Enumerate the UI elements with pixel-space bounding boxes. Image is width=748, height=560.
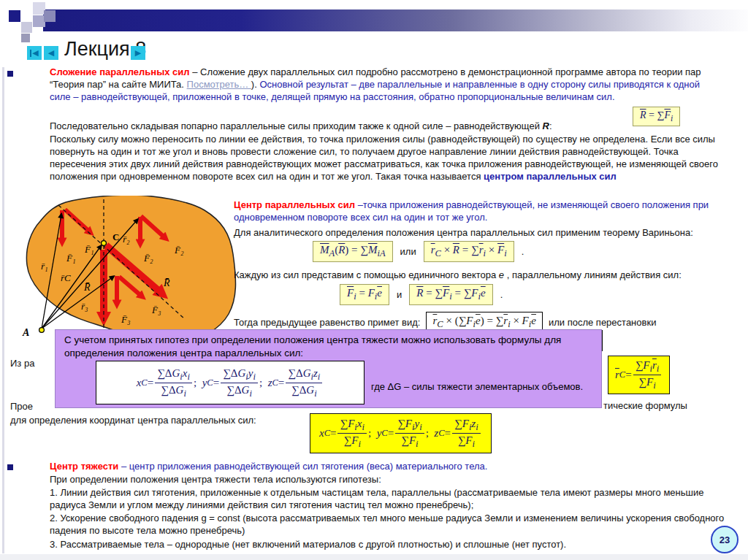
tip-caption: С учетом принятых гипотез при определени… [64,334,587,360]
posmotret-link[interactable]: Посмотреть… [187,79,251,90]
formula-sum-forces: R = ∑Fi [633,107,680,126]
nav-first-button[interactable]: ◀ [27,46,42,60]
prev-slide-icon: ◀ [48,46,54,60]
term-center-of-gravity: Центр тяжести [50,461,118,472]
text-fragment-proe: Прое [10,400,33,413]
hypothesis-1: 1. Линии действия сил тяготения, приложе… [50,486,733,511]
first-slide-icon: ◀ [32,46,38,60]
label-r2: r̄₂ [123,234,130,245]
decor-square [21,22,32,33]
parallel-forces-figure: A C r̄₁ r̄₂ r̄₃ r̄C F̄₁ F̄₁ F̄₂ F̄₂ F̄₃ … [18,196,246,346]
label-r3: r̄₃ [81,301,88,312]
after-label: или после перестановки [549,316,656,329]
label-rc: r̄C [61,272,71,283]
hypothesis-2: 2. Ускорение свободного падения g = cons… [50,512,733,537]
next-slide-icon: ▶ [135,46,141,60]
coords-line: для определения координат центра паралле… [10,414,256,426]
page-number: 23 [720,534,730,545]
first-slide-icon [30,50,31,57]
label-r-resultant: R̄ [83,282,91,293]
gravity-term-line: Центр тяжести – центр приложения равноде… [50,460,733,472]
e-variable: e [499,269,504,280]
hypothesis-3: 3. Рассматриваемые тела – однородные (не… [50,538,733,551]
nav-prev-button[interactable]: ◀ [44,46,58,60]
formula-unit-force: Fi = Fie [340,284,389,305]
and-label: и [397,288,402,301]
label-f3: F̄₃ [121,314,130,325]
label-f2-rotated: F̄₂ [174,245,184,256]
formula-coordinates: xC = ∑Fixi∑Fi; yC = ∑Fiyi∑Fi; zC = ∑Fizi… [310,413,492,453]
gravity-tip-panel: С учетом принятых гипотез при определени… [55,329,602,408]
nav-next-button[interactable]: ▶ [131,46,145,60]
decor-square [21,34,30,42]
header-gradient-bar [43,9,748,31]
formula-varignon-moments: MA(R) = ∑MiA [313,241,393,262]
text-fragment-iz: Из ра [10,357,34,369]
tip-note: где ΔG – силы тяжести элементарных объем… [371,381,583,392]
label-f2: F̄₂ [143,253,153,264]
formula-rc: rC = ∑Firi∑Fi [608,356,670,394]
slide: ◀ ◀ Лекция 8 ▶ Сложение параллельных сил… [0,0,748,560]
term-center: Центр параллельных сил [234,199,355,210]
formula-varignon-vectors: rC × R = ∑ri × Fi [424,241,514,262]
label-f1: F̄₁ [66,253,75,264]
label-r-resultant-rotated: R̄ [163,277,170,288]
label-c: C [112,231,119,242]
term-center-parallel-forces: центром параллельных сил [484,171,617,182]
text-fragment-analytic: тические формулы [603,399,687,412]
r-variable: R [543,120,549,131]
bullet-square [7,464,13,470]
page-number-badge: 23 [711,526,739,553]
label-r1: r̄₁ [41,261,48,272]
label-f3-rotated: F̄₃ [151,304,161,315]
then-label: Тогда предыдущее равенство примет вид: [234,316,420,329]
or-label: или [400,245,416,258]
label-f1-rotated: F̄₁ [84,244,94,255]
hypotheses-intro: При определении положения центра тяжести… [50,473,733,486]
decor-square [9,10,20,22]
point-a [39,328,45,333]
bullet-square [7,71,13,77]
decor-square [44,10,56,22]
paragraph-parallel-forces: Сложение параллельных сил – Сложение дву… [50,66,723,103]
paragraph-center-definition: Поскольку силу можно переносить по линии… [50,133,735,183]
unit-vector-intro: Каждую из сил представим с помощью едини… [234,269,745,281]
bottom-edge [0,554,748,560]
varignon-formula-row: MA(R) = ∑MiA или rC × R = ∑ri × Fi . [313,241,524,262]
left-edge-strip [2,67,4,553]
term-parallel-forces: Сложение параллельных сил [50,66,190,77]
paragraph-resultant: Последовательно складывая попарно паралл… [50,120,619,132]
point-c [102,241,107,246]
formula-unit-resultant: R = ∑Fi = ∑Fie [409,284,492,305]
label-a: A [22,327,29,338]
center-parallel-forces-definition: Центр параллельных сил –точка приложения… [234,199,739,223]
varignon-intro: Для аналитического определения положения… [234,226,745,239]
unit-formula-row: Fi = Fie и R = ∑Fi = ∑Fie . [340,284,503,305]
formula-delta-g: xC = ∑ΔGixi∑ΔGi; yC = ∑ΔGiyi∑ΔGi; zC = ∑… [96,361,365,404]
